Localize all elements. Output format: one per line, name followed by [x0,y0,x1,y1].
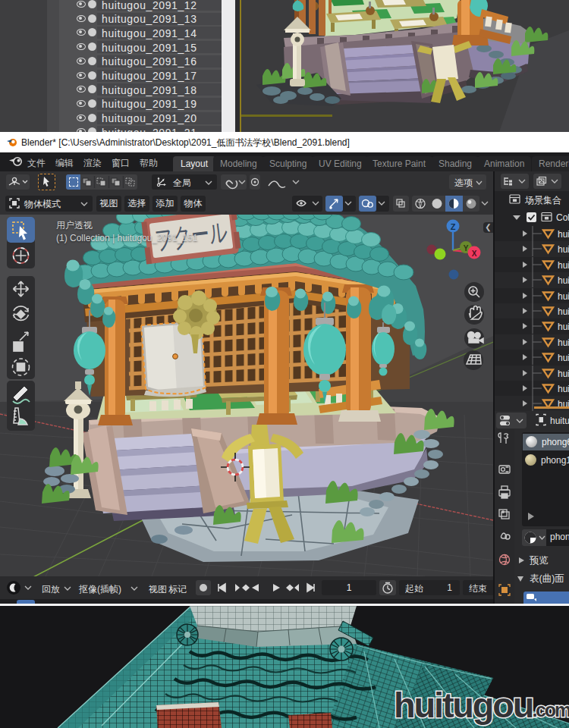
svg-text:huit: huit [558,229,569,240]
svg-text:huit: huit [558,384,569,394]
svg-text:X: X [472,249,477,258]
svg-text:huitu: huitu [550,416,569,426]
svg-text:huit: huit [558,306,569,317]
svg-text:huit: huit [558,244,569,255]
svg-text:Z: Z [451,222,456,231]
svg-text:huit: huit [558,322,569,332]
svg-text:Col: Col [556,212,569,223]
svg-text:场景集合: 场景集合 [524,195,561,206]
svg-text:huit: huit [558,368,569,378]
svg-text:huit: huit [558,353,569,363]
svg-text:huit: huit [558,275,569,286]
svg-text:huit: huit [558,259,569,270]
svg-text:huit: huit [558,290,569,301]
svg-text:Y: Y [464,244,469,253]
svg-text:huit: huit [558,337,569,347]
